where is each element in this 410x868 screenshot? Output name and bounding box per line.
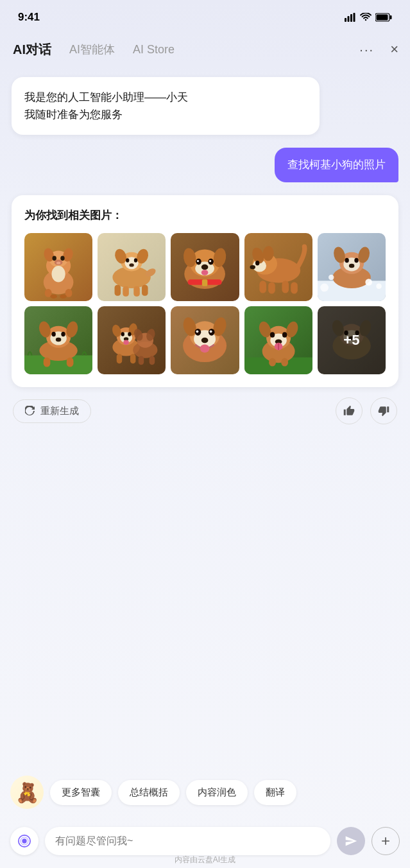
image-result-card: 为你找到相关图片： — [12, 195, 398, 387]
voice-button[interactable] — [10, 827, 38, 855]
image-cell-1[interactable] — [24, 233, 92, 301]
tab-ai-dialog[interactable]: AI对话 — [13, 41, 51, 58]
svg-rect-2 — [350, 14, 352, 22]
ai-greeting-text: 我是您的人工智能小助理——小天 我随时准备为您服务 — [24, 91, 188, 121]
svg-point-65 — [354, 258, 358, 263]
chat-area: 我是您的人工智能小助理——小天 我随时准备为您服务 查找柯基小狗的照片 为你找到… — [0, 67, 410, 714]
svg-point-88 — [128, 332, 131, 336]
thumbdown-button[interactable] — [370, 397, 397, 424]
svg-point-15 — [56, 261, 60, 264]
chip-more[interactable]: 更多智囊 — [50, 780, 112, 805]
more-button[interactable]: ··· — [359, 42, 374, 57]
svg-rect-98 — [149, 356, 155, 365]
signal-icon — [345, 13, 356, 22]
svg-rect-5 — [377, 15, 388, 21]
thumbup-icon — [343, 405, 355, 417]
svg-point-66 — [349, 264, 354, 268]
refresh-icon — [25, 406, 35, 416]
svg-point-28 — [130, 263, 134, 266]
svg-rect-95 — [117, 354, 122, 363]
input-bar — [10, 827, 400, 855]
svg-point-13 — [60, 256, 64, 260]
svg-rect-122 — [281, 358, 288, 367]
tab-ai-agent[interactable]: AI智能体 — [69, 42, 115, 57]
svg-rect-97 — [139, 356, 144, 365]
svg-rect-0 — [345, 18, 346, 22]
svg-point-67 — [329, 275, 334, 280]
svg-point-117 — [282, 332, 287, 337]
image-cell-7[interactable] — [98, 306, 166, 374]
svg-point-44 — [201, 270, 209, 275]
svg-point-70 — [376, 283, 381, 288]
svg-point-52 — [255, 261, 259, 265]
svg-point-16 — [51, 266, 65, 282]
close-button[interactable]: × — [390, 41, 398, 58]
image-cell-3[interactable] — [171, 233, 239, 301]
svg-point-19 — [50, 294, 57, 298]
suggestion-area: 🧸 更多智囊 总结概括 内容润色 翻译 — [0, 768, 410, 817]
svg-point-77 — [51, 332, 55, 336]
svg-point-79 — [56, 338, 61, 342]
svg-point-107 — [210, 330, 212, 333]
thumbup-button[interactable] — [336, 397, 363, 424]
svg-point-90 — [124, 340, 129, 345]
svg-point-64 — [345, 258, 348, 263]
svg-rect-121 — [269, 358, 276, 367]
ai-avatar: 🧸 — [10, 776, 44, 809]
result-title: 为你找到相关图片： — [24, 208, 386, 223]
footer-text: 内容由云盘AI生成 — [0, 855, 410, 865]
image-cell-9[interactable] — [244, 306, 312, 374]
status-icons — [345, 13, 392, 22]
svg-point-68 — [365, 279, 372, 286]
image-grid: +5 — [24, 233, 386, 374]
chip-summarize[interactable]: 总结概括 — [118, 780, 180, 805]
svg-rect-6 — [390, 15, 392, 19]
thumbdown-icon — [378, 405, 389, 417]
image-cell-4[interactable] — [244, 233, 312, 301]
add-button[interactable] — [372, 827, 400, 855]
svg-point-78 — [61, 332, 65, 336]
svg-point-53 — [250, 265, 255, 269]
send-icon — [345, 835, 357, 847]
add-icon — [379, 835, 392, 847]
voice-icon — [17, 834, 31, 848]
regen-label: 重新生成 — [40, 405, 79, 417]
ai-greeting-bubble: 我是您的人工智能小助理——小天 我随时准备为您服务 — [12, 77, 320, 135]
image-cell-2[interactable] — [98, 233, 166, 301]
svg-point-116 — [269, 332, 274, 337]
svg-point-132 — [22, 838, 26, 843]
svg-rect-55 — [268, 282, 275, 293]
user-message-wrap: 查找柯基小狗的照片 — [12, 148, 398, 182]
tab-ai-store[interactable]: AI Store — [133, 43, 175, 56]
svg-rect-30 — [123, 286, 129, 297]
svg-point-26 — [126, 258, 129, 262]
user-message-text: 查找柯基小狗的照片 — [287, 159, 386, 171]
chip-polish[interactable]: 内容润色 — [186, 780, 248, 805]
svg-point-41 — [197, 260, 199, 262]
svg-rect-56 — [282, 281, 289, 293]
svg-rect-31 — [133, 286, 140, 297]
svg-rect-3 — [354, 13, 355, 22]
image-cell-10[interactable]: +5 — [318, 306, 386, 374]
status-bar: 9:41 — [0, 0, 410, 32]
regen-button[interactable]: 重新生成 — [13, 399, 91, 423]
svg-point-106 — [196, 330, 199, 333]
chat-input[interactable] — [45, 827, 330, 855]
user-bubble: 查找柯基小狗的照片 — [275, 148, 398, 182]
svg-point-87 — [121, 332, 124, 336]
svg-point-27 — [134, 258, 137, 262]
svg-rect-80 — [44, 358, 51, 367]
image-cell-6[interactable] — [24, 306, 92, 374]
send-button[interactable] — [337, 827, 365, 855]
status-time: 9:41 — [18, 11, 40, 24]
feedback-buttons — [336, 397, 397, 424]
svg-point-109 — [200, 345, 210, 353]
svg-rect-57 — [291, 282, 298, 293]
action-bar: 重新生成 — [12, 397, 398, 424]
image-cell-5[interactable] — [318, 233, 386, 301]
chip-translate[interactable]: 翻译 — [254, 780, 296, 805]
svg-rect-81 — [67, 358, 74, 367]
svg-point-20 — [60, 294, 67, 298]
image-cell-8[interactable] — [171, 306, 239, 374]
svg-point-69 — [320, 283, 329, 291]
